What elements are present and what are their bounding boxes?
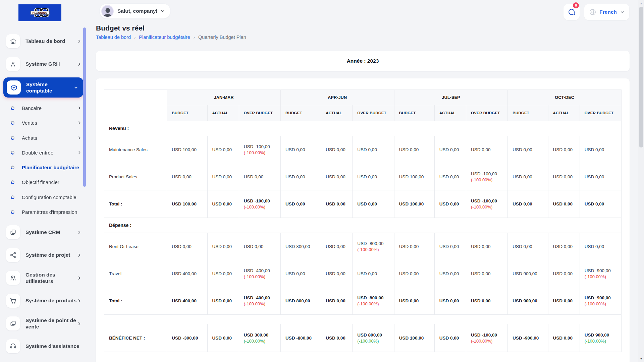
breadcrumb-separator: › (134, 35, 136, 40)
scroll-down-arrow[interactable]: ▼ (638, 356, 644, 361)
sidebar-subitem-configuration-comptable[interactable]: Configuration comptable (0, 190, 87, 205)
actual-cell: USD 0,00 (321, 260, 353, 287)
budget-cell: USD 0,00 (508, 136, 548, 163)
share-icon (6, 248, 20, 262)
quarter-header: JUL-SEP (394, 90, 508, 105)
actual-cell: USD 0,00 (207, 233, 239, 260)
actual-cell: USD 0,00 (434, 287, 466, 315)
sidebar-scrollbar-thumb[interactable] (83, 27, 86, 187)
sidebar-item-systeme-grh[interactable]: Système GRH (0, 54, 87, 74)
bullet-icon (11, 210, 14, 214)
table-row: Maintenance SalesUSD 100,00USD 0,00USD -… (104, 136, 622, 163)
sidebar-subitem-objectif-financier[interactable]: Objectif financier (0, 175, 87, 190)
measure-header: BUDGET (280, 105, 321, 121)
sidebar-subitem-achats[interactable]: Achats (0, 131, 87, 145)
budget-cell: USD -800,00 (280, 324, 321, 352)
sidebar-subitem-label: Configuration comptable (22, 194, 82, 201)
sidebar: SG PLANNING Tableau de bord Système GRH … (0, 0, 87, 362)
greeting-text: Salut, company! (117, 8, 158, 14)
actual-cell: USD 0,00 (434, 163, 466, 190)
measure-header: OVER BUDGET (580, 105, 621, 121)
pos-windows-icon (6, 316, 20, 330)
sidebar-item-systeme-assistance[interactable]: Système d'assistance (0, 336, 87, 356)
sidebar-item-gestion-des-utilisateurs[interactable]: Gestion des utilisateurs (0, 268, 87, 288)
chevron-right-icon (77, 135, 82, 140)
budget-table-card: JAN-MAR APR-JUN JUL-SEP OCT-DEC BUDGET A… (96, 78, 630, 362)
chat-bubble-icon (568, 8, 576, 16)
sidebar-subitem-label: Planificateur budgétaire (22, 164, 82, 171)
scroll-up-arrow[interactable]: ▲ (638, 1, 644, 6)
sidebar-item-label: Système de projet (25, 252, 77, 258)
bullet-icon (11, 121, 14, 125)
sidebar-item-systeme-de-point-de-vente[interactable]: Système de point de vente (0, 313, 87, 334)
over-budget-cell: USD -100,00(-100.00%) (239, 136, 280, 163)
breadcrumb: Tableau de bord › Planificateur budgétai… (96, 35, 630, 40)
actual-cell: USD 0,00 (548, 324, 580, 352)
topbar: Salut, company! 0 French (87, 0, 638, 24)
sidebar-subitem-planificateur-budgetaire[interactable]: Planificateur budgétaire (0, 160, 87, 175)
actual-cell: USD 0,00 (434, 190, 466, 218)
actual-cell: USD 0,00 (207, 260, 239, 287)
actual-cell: USD 0,00 (434, 136, 466, 163)
over-budget-cell: USD 0,00 (239, 163, 280, 190)
chevron-right-icon (77, 276, 82, 281)
actual-cell: USD 0,00 (548, 190, 580, 218)
chevron-right-icon (77, 150, 82, 155)
actual-cell: USD 0,00 (321, 233, 353, 260)
row-label: Rent Or Lease (104, 233, 167, 260)
user-menu-button[interactable]: Salut, company! (99, 3, 171, 19)
sidebar-item-label: Système GRH (25, 61, 77, 67)
cube-icon (7, 80, 21, 95)
over-budget-cell: USD 300,00(-100.00%) (239, 324, 280, 352)
actual-cell: USD 0,00 (321, 324, 353, 352)
sidebar-item-systeme-de-produits[interactable]: Système de produits (0, 291, 87, 311)
quarter-header: APR-JUN (280, 90, 394, 105)
sidebar-subitem-ventes[interactable]: Ventes (0, 116, 87, 130)
users-icon (6, 271, 20, 285)
table-row: Rent Or LeaseUSD 0,00USD 0,00USD 0,00USD… (104, 233, 622, 260)
row-label: Total : (104, 287, 167, 315)
bullet-icon (11, 136, 14, 140)
brand-logo[interactable]: SG PLANNING (18, 4, 61, 21)
row-label: Total : (104, 190, 167, 218)
budget-cell: USD 0,00 (280, 136, 321, 163)
sidebar-item-label: Système d'assistance (25, 343, 82, 349)
actual-cell: USD 0,00 (434, 260, 466, 287)
quarter-header: JAN-MAR (167, 90, 281, 105)
measure-header: ACTUAL (548, 105, 580, 121)
budget-cell: USD -900,00 (508, 324, 548, 352)
sidebar-subitem-bancaire[interactable]: Bancaire (0, 101, 87, 116)
section-total-row: Total :USD 400,00USD 0,00USD -400,00(-10… (104, 287, 622, 315)
sidebar-subitem-label: Paramètres d'impression (22, 209, 82, 216)
chat-button[interactable]: 0 (564, 4, 580, 20)
sidebar-item-label: Gestion des utilisateurs (25, 272, 77, 285)
sidebar-item-systeme-crm[interactable]: Système CRM (0, 222, 87, 242)
over-budget-cell: USD 0,00 (353, 190, 394, 218)
budget-cell: USD 0,00 (508, 233, 548, 260)
measure-header: ACTUAL (321, 105, 353, 121)
breadcrumb-link-planificateur-budgetaire[interactable]: Planificateur budgétaire (139, 35, 190, 40)
language-selector[interactable]: French (584, 4, 629, 20)
breadcrumb-separator: › (194, 35, 195, 40)
chevron-right-icon (77, 253, 82, 258)
actual-cell: USD 0,00 (321, 163, 353, 190)
measure-header: ACTUAL (207, 105, 239, 121)
budget-cell: USD 0,00 (508, 163, 548, 190)
breadcrumb-link-tableau-de-bord[interactable]: Tableau de bord (96, 35, 131, 40)
over-budget-cell: USD 0,00 (353, 136, 394, 163)
over-budget-cell: USD -100,00(-100.00%) (466, 324, 508, 352)
page-scrollbar-thumb[interactable] (639, 7, 643, 147)
budget-cell: USD 0,00 (167, 233, 207, 260)
over-budget-cell: USD -100,00(-100.00%) (239, 190, 280, 218)
sidebar-item-systeme-comptable[interactable]: Système comptable (3, 77, 83, 98)
sidebar-item-tableau-de-bord[interactable]: Tableau de bord (0, 31, 87, 51)
bullet-icon (11, 151, 14, 155)
sidebar-subitem-double-entree[interactable]: Double entrée (0, 145, 87, 160)
sidebar-subitem-parametres-impression[interactable]: Paramètres d'impression (0, 205, 87, 220)
sidebar-item-systeme-de-projet[interactable]: Système de projet (0, 245, 87, 265)
table-row: Product SalesUSD 0,00USD 0,00USD 0,00USD… (104, 163, 622, 190)
budget-cell: USD 400,00 (167, 260, 207, 287)
budget-cell: USD 0,00 (394, 136, 434, 163)
sidebar-item-label: Tableau de bord (25, 38, 77, 44)
quarter-header: OCT-DEC (508, 90, 622, 105)
